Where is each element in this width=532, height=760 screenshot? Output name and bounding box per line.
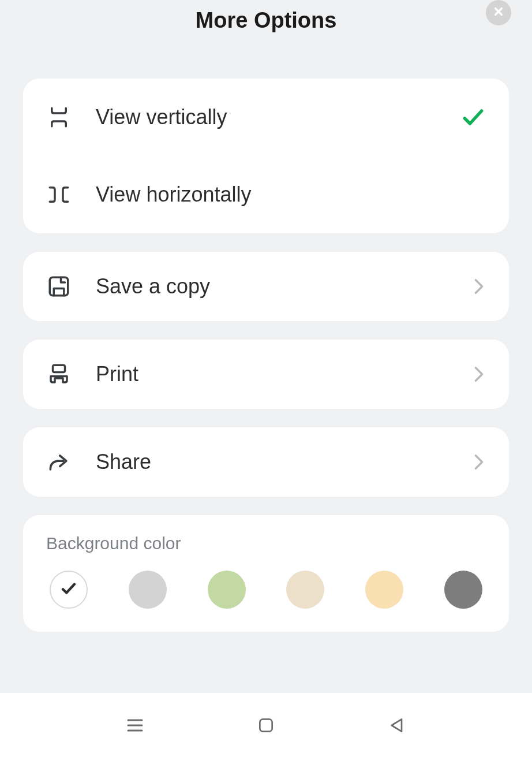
background-color-card: Background color <box>23 515 509 632</box>
save-copy-option[interactable]: Save a copy <box>23 252 509 321</box>
chevron-right-icon <box>472 455 486 469</box>
color-swatch-green[interactable] <box>208 571 246 609</box>
checkmark-icon <box>460 105 486 130</box>
color-swatch-peach[interactable] <box>365 571 403 609</box>
svg-rect-3 <box>53 365 65 372</box>
view-horizontally-option[interactable]: View horizontally <box>23 156 509 233</box>
nav-home-button[interactable] <box>252 713 280 740</box>
chevron-right-icon <box>472 280 486 293</box>
close-button[interactable] <box>486 0 511 25</box>
color-swatch-lightgray[interactable] <box>129 571 167 609</box>
view-options-card: View vertically View horizontally <box>23 79 509 233</box>
view-vertically-label: View vertically <box>96 105 460 129</box>
view-horizontally-icon <box>46 182 72 207</box>
square-icon <box>257 716 275 737</box>
nav-recents-button[interactable] <box>121 713 149 740</box>
svg-rect-2 <box>50 277 68 296</box>
chevron-right-icon <box>472 367 486 381</box>
share-icon <box>46 449 72 475</box>
nav-back-button[interactable] <box>383 713 411 740</box>
save-copy-card: Save a copy <box>23 252 509 321</box>
print-card: Print <box>23 340 509 409</box>
view-vertically-option[interactable]: View vertically <box>23 79 509 156</box>
checkmark-icon <box>60 580 77 599</box>
share-label: Share <box>96 450 472 474</box>
system-nav-bar <box>0 693 532 760</box>
share-option[interactable]: Share <box>23 427 509 497</box>
view-horizontally-label: View horizontally <box>96 182 486 207</box>
sheet-content: View vertically View horizontally <box>0 41 532 632</box>
triangle-back-icon <box>388 716 406 737</box>
svg-marker-8 <box>392 719 402 731</box>
color-swatch-cream[interactable] <box>286 571 324 609</box>
svg-rect-7 <box>260 719 272 731</box>
color-swatch-row <box>46 571 486 609</box>
print-icon <box>46 362 72 387</box>
save-copy-label: Save a copy <box>96 274 472 299</box>
print-option[interactable]: Print <box>23 340 509 409</box>
close-icon <box>492 5 505 20</box>
print-label: Print <box>96 362 472 386</box>
share-card: Share <box>23 427 509 497</box>
sheet-header: More Options <box>0 0 532 41</box>
view-vertically-icon <box>46 105 72 130</box>
background-color-label: Background color <box>46 534 486 553</box>
save-icon <box>46 274 72 299</box>
sheet-title: More Options <box>196 8 337 33</box>
color-swatch-darkgray[interactable] <box>444 571 482 609</box>
color-swatch-white[interactable] <box>50 571 88 609</box>
menu-icon <box>125 715 145 738</box>
